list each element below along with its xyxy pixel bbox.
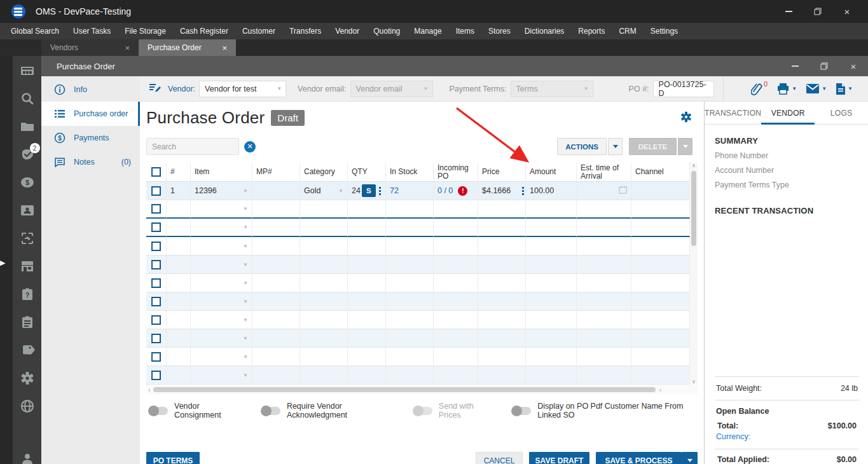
- empty-cell[interactable]: [167, 366, 191, 385]
- empty-cell[interactable]: [348, 348, 386, 366]
- menu-item-global-search[interactable]: Global Search: [4, 23, 66, 39]
- empty-cell[interactable]: [252, 274, 300, 292]
- column-header-in-stock[interactable]: In Stock: [386, 163, 434, 182]
- toggle-require-vendor-acknowledgment[interactable]: Require Vendor Acknowledgment: [261, 402, 392, 420]
- empty-cell[interactable]: ▼: [191, 348, 252, 366]
- tag-icon[interactable]: [20, 343, 35, 358]
- empty-cell[interactable]: [526, 200, 577, 219]
- cell-amount[interactable]: 100.00: [526, 182, 577, 200]
- empty-cell[interactable]: [386, 311, 434, 329]
- empty-cell[interactable]: [478, 274, 526, 292]
- empty-cell[interactable]: [386, 237, 434, 256]
- folder-icon[interactable]: [20, 119, 35, 134]
- empty-cell[interactable]: [526, 329, 577, 348]
- empty-cell[interactable]: [478, 311, 526, 329]
- empty-cell[interactable]: [631, 256, 690, 274]
- empty-cell[interactable]: [348, 292, 386, 311]
- empty-cell[interactable]: [252, 348, 300, 366]
- empty-cell[interactable]: [386, 329, 434, 348]
- store-icon[interactable]: [20, 259, 35, 274]
- empty-cell[interactable]: [300, 219, 348, 237]
- actions-button[interactable]: ACTIONS: [557, 138, 607, 155]
- empty-cell[interactable]: [434, 311, 478, 329]
- po-terms-button[interactable]: PO TERMS: [146, 452, 200, 464]
- empty-cell[interactable]: [577, 292, 631, 311]
- scroll-right-icon[interactable]: ›: [659, 386, 662, 393]
- row-checkbox[interactable]: [151, 204, 161, 214]
- column-header-qty[interactable]: QTY: [348, 163, 386, 182]
- empty-cell[interactable]: [348, 219, 386, 237]
- empty-cell[interactable]: [348, 256, 386, 274]
- row-checkbox[interactable]: [151, 278, 161, 288]
- empty-cell[interactable]: [252, 256, 300, 274]
- column-header-mp[interactable]: MP#: [252, 163, 300, 182]
- save-draft-button[interactable]: SAVE DRAFT: [529, 452, 589, 464]
- row-checkbox[interactable]: [151, 334, 161, 343]
- vendor-select[interactable]: Vendor for test ▼: [199, 81, 286, 97]
- empty-cell[interactable]: [577, 348, 631, 366]
- empty-cell[interactable]: [300, 200, 348, 219]
- column-header-category[interactable]: Category: [300, 163, 348, 182]
- empty-cell[interactable]: [252, 311, 300, 329]
- empty-cell[interactable]: [434, 348, 478, 366]
- clipboard-icon[interactable]: [20, 315, 35, 330]
- row-checkbox[interactable]: [151, 371, 161, 380]
- empty-cell[interactable]: [167, 292, 191, 311]
- cell-in-stock[interactable]: 72: [386, 182, 434, 200]
- clear-search-icon[interactable]: ✕: [244, 141, 256, 153]
- empty-cell[interactable]: [386, 274, 434, 292]
- user-icon[interactable]: [20, 451, 35, 464]
- empty-cell[interactable]: [434, 292, 478, 311]
- cash-register-icon[interactable]: [20, 63, 35, 78]
- row-checkbox[interactable]: [151, 186, 161, 196]
- empty-cell[interactable]: ▼: [191, 311, 252, 329]
- empty-cell[interactable]: [167, 256, 191, 274]
- table-row[interactable]: 1 12396 ▼ Gold ▼: [146, 182, 690, 200]
- vertical-scrollbar[interactable]: ∧ ∨: [690, 163, 698, 385]
- empty-cell[interactable]: [577, 366, 631, 385]
- empty-cell[interactable]: [526, 348, 577, 366]
- empty-cell[interactable]: [526, 366, 577, 385]
- menu-item-cash-register[interactable]: Cash Register: [173, 23, 235, 39]
- empty-cell[interactable]: [577, 200, 631, 219]
- empty-cell[interactable]: [167, 200, 191, 219]
- empty-cell[interactable]: [300, 292, 348, 311]
- gear-icon[interactable]: [20, 371, 35, 386]
- empty-cell[interactable]: [577, 274, 631, 292]
- empty-cell[interactable]: [300, 274, 348, 292]
- table-empty-row[interactable]: ▼: [146, 366, 690, 385]
- empty-cell[interactable]: [348, 237, 386, 256]
- empty-cell[interactable]: [167, 237, 191, 256]
- save-process-dropdown-button[interactable]: [682, 452, 698, 464]
- empty-cell[interactable]: [478, 237, 526, 256]
- empty-cell[interactable]: [526, 256, 577, 274]
- sidebar-expand-icon[interactable]: ▶: [0, 258, 5, 267]
- nav-item-info[interactable]: Info: [41, 78, 140, 102]
- empty-cell[interactable]: [386, 256, 434, 274]
- inner-restore-button[interactable]: [809, 57, 839, 76]
- horizontal-scrollbar[interactable]: ‹ ›: [146, 385, 698, 394]
- attachments-button[interactable]: 0: [751, 83, 768, 95]
- tab-purchase-order-close-icon[interactable]: ×: [219, 43, 230, 53]
- select-all-checkbox[interactable]: [151, 167, 161, 177]
- empty-cell[interactable]: [167, 348, 191, 366]
- menu-item-dictionaries[interactable]: Dictionaries: [518, 23, 572, 39]
- empty-cell[interactable]: [631, 348, 690, 366]
- empty-cell[interactable]: [386, 292, 434, 311]
- globe-icon[interactable]: [20, 399, 35, 414]
- empty-cell[interactable]: [631, 366, 690, 385]
- menu-item-reports[interactable]: Reports: [571, 23, 612, 39]
- empty-cell[interactable]: [167, 274, 191, 292]
- empty-cell[interactable]: [300, 329, 348, 348]
- column-header-amount[interactable]: Amount: [526, 163, 577, 182]
- price-menu-icon[interactable]: [522, 187, 524, 195]
- empty-cell[interactable]: [252, 219, 300, 237]
- row-checkbox[interactable]: [151, 260, 161, 270]
- save-process-button[interactable]: SAVE & PROCESS: [596, 452, 682, 464]
- menu-item-manage[interactable]: Manage: [407, 23, 448, 39]
- empty-cell[interactable]: [478, 200, 526, 219]
- empty-cell[interactable]: [631, 292, 690, 311]
- empty-cell[interactable]: [434, 329, 478, 348]
- payment-terms-select[interactable]: Terms ▼: [511, 81, 593, 97]
- empty-cell[interactable]: [434, 256, 478, 274]
